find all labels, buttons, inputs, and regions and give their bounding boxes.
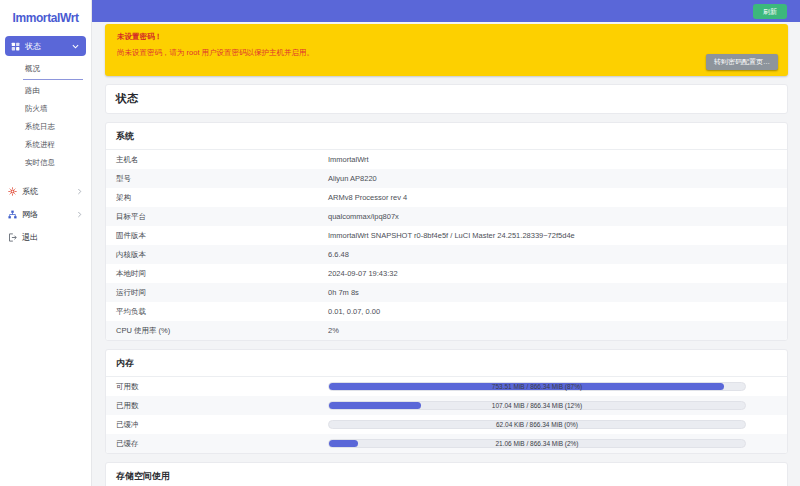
sidebar-nav: 状态 概况路由防火墙系统日志系统进程实时信息 系统网络退出	[0, 36, 91, 249]
sidebar-subitem[interactable]: 路由	[0, 82, 91, 100]
row-label: 架构	[106, 193, 328, 203]
table-row: CPU 使用率 (%)2%	[106, 321, 787, 340]
sidebar: ImmortalWrt 状态 概况路由防火墙系统日志系统进程实时信息 系统网络退…	[0, 0, 92, 486]
page-title: 状态	[116, 91, 777, 106]
logout-icon	[8, 233, 17, 242]
sidebar-subitem[interactable]: 防火墙	[0, 100, 91, 118]
table-row: 目标平台qualcommax/ipq807x	[106, 207, 787, 226]
progress-bar: 107.04 MiB / 866.34 MiB (12%)	[328, 401, 746, 410]
sidebar-group-label: 网络	[22, 209, 38, 220]
alert-title: 未设置密码！	[117, 32, 776, 42]
top-bar: 刷新	[92, 0, 800, 22]
page-title-card: 状态	[105, 84, 788, 114]
table-row: 主机名ImmortalWrt	[106, 150, 787, 169]
sidebar-groups: 系统网络退出	[0, 180, 91, 249]
row-label: 型号	[106, 174, 328, 184]
sidebar-group-item[interactable]: 网络	[0, 203, 91, 226]
alert-message: 尚未设置密码，请为 root 用户设置密码以保护主机并启用。	[117, 48, 776, 58]
row-value: qualcommax/ipq807x	[328, 212, 399, 221]
sidebar-group-label: 系统	[22, 186, 38, 197]
table-row: 已缓存21.06 MiB / 866.34 MiB (2%)	[106, 434, 787, 453]
sidebar-item-status[interactable]: 状态	[5, 36, 86, 56]
progress-bar-text: 107.04 MiB / 866.34 MiB (12%)	[329, 402, 745, 409]
progress-bar: 753.51 MiB / 866.34 MiB (87%)	[328, 382, 746, 391]
table-row: 已缓冲62.04 KiB / 866.34 MiB (0%)	[106, 415, 787, 434]
password-alert: 未设置密码！ 尚未设置密码，请为 root 用户设置密码以保护主机并启用。 转到…	[105, 24, 788, 76]
table-row: 型号Aliyun AP8220	[106, 169, 787, 188]
row-label: 内核版本	[106, 250, 328, 260]
gear-icon	[8, 187, 17, 196]
row-label: 已缓冲	[106, 420, 328, 430]
row-label: 可用数	[106, 382, 328, 392]
refresh-button[interactable]: 刷新	[753, 4, 787, 19]
table-row: 运行时间0h 7m 8s	[106, 283, 787, 302]
sidebar-item-label: 状态	[25, 41, 41, 52]
row-value: ImmortalWrt	[328, 155, 369, 164]
go-to-password-config-button[interactable]: 转到密码配置页…	[706, 54, 778, 70]
sidebar-group-item[interactable]: 系统	[0, 180, 91, 203]
row-label: 平均负载	[106, 307, 328, 317]
memory-section-title: 内存	[106, 350, 787, 377]
system-section-title: 系统	[106, 123, 787, 150]
row-label: 固件版本	[106, 231, 328, 241]
row-label: 运行时间	[106, 288, 328, 298]
system-table: 主机名ImmortalWrt型号Aliyun AP8220架构ARMv8 Pro…	[106, 150, 787, 340]
row-label: CPU 使用率 (%)	[106, 326, 328, 336]
row-label: 已缓存	[106, 439, 328, 449]
storage-section-title: 存储空间使用	[106, 463, 787, 486]
sidebar-subitem[interactable]: 系统进程	[0, 136, 91, 154]
row-label: 目标平台	[106, 212, 328, 222]
sidebar-subitem[interactable]: 实时信息	[0, 154, 91, 172]
row-value: 0h 7m 8s	[328, 288, 359, 297]
row-value: 2024-09-07 19:43:32	[328, 269, 398, 278]
progress-bar-text: 753.51 MiB / 866.34 MiB (87%)	[329, 383, 745, 390]
table-row: 架构ARMv8 Processor rev 4	[106, 188, 787, 207]
app-logo: ImmortalWrt	[0, 0, 91, 34]
chevron-right-icon	[76, 211, 83, 218]
row-value: 6.6.48	[328, 250, 349, 259]
progress-bar-text: 21.06 MiB / 866.34 MiB (2%)	[329, 440, 745, 447]
network-icon	[8, 210, 17, 219]
content: 未设置密码！ 尚未设置密码，请为 root 用户设置密码以保护主机并启用。 转到…	[92, 22, 800, 486]
system-section: 系统 主机名ImmortalWrt型号Aliyun AP8220架构ARMv8 …	[105, 122, 788, 341]
progress-bar: 21.06 MiB / 866.34 MiB (2%)	[328, 439, 746, 448]
row-label: 主机名	[106, 155, 328, 165]
sidebar-group-item[interactable]: 退出	[0, 226, 91, 249]
sidebar-group-label: 退出	[22, 232, 38, 243]
row-value: ARMv8 Processor rev 4	[328, 193, 407, 202]
table-row: 内核版本6.6.48	[106, 245, 787, 264]
chevron-right-icon	[76, 188, 83, 195]
row-label: 已用数	[106, 401, 328, 411]
row-value: ImmortalWrt SNAPSHOT r0-8bf4e5f / LuCI M…	[328, 231, 575, 240]
progress-bar: 62.04 KiB / 866.34 MiB (0%)	[328, 420, 746, 429]
row-label: 本地时间	[106, 269, 328, 279]
row-value: 2%	[328, 326, 339, 335]
sidebar-subitem[interactable]: 概况	[23, 60, 83, 80]
dashboard-icon	[11, 42, 20, 51]
row-value: 0.01, 0.07, 0.00	[328, 307, 380, 316]
table-row: 本地时间2024-09-07 19:43:32	[106, 264, 787, 283]
table-row: 可用数753.51 MiB / 866.34 MiB (87%)	[106, 377, 787, 396]
table-row: 已用数107.04 MiB / 866.34 MiB (12%)	[106, 396, 787, 415]
sidebar-subitem[interactable]: 系统日志	[0, 118, 91, 136]
chevron-down-icon	[72, 43, 79, 50]
table-row: 固件版本ImmortalWrt SNAPSHOT r0-8bf4e5f / Lu…	[106, 226, 787, 245]
app-root: ImmortalWrt 状态 概况路由防火墙系统日志系统进程实时信息 系统网络退…	[0, 0, 800, 486]
row-value: Aliyun AP8220	[328, 174, 377, 183]
progress-bar-text: 62.04 KiB / 866.34 MiB (0%)	[329, 421, 745, 428]
main-area: 刷新 未设置密码！ 尚未设置密码，请为 root 用户设置密码以保护主机并启用。…	[92, 0, 800, 486]
storage-section: 存储空间使用 磁盘空间1.32 MiB / 94.40 MiB (1%)临时空间…	[105, 462, 788, 486]
table-row: 平均负载0.01, 0.07, 0.00	[106, 302, 787, 321]
memory-table: 可用数753.51 MiB / 866.34 MiB (87%)已用数107.0…	[106, 377, 787, 453]
memory-section: 内存 可用数753.51 MiB / 866.34 MiB (87%)已用数10…	[105, 349, 788, 454]
status-submenu: 概况路由防火墙系统日志系统进程实时信息	[0, 60, 91, 172]
